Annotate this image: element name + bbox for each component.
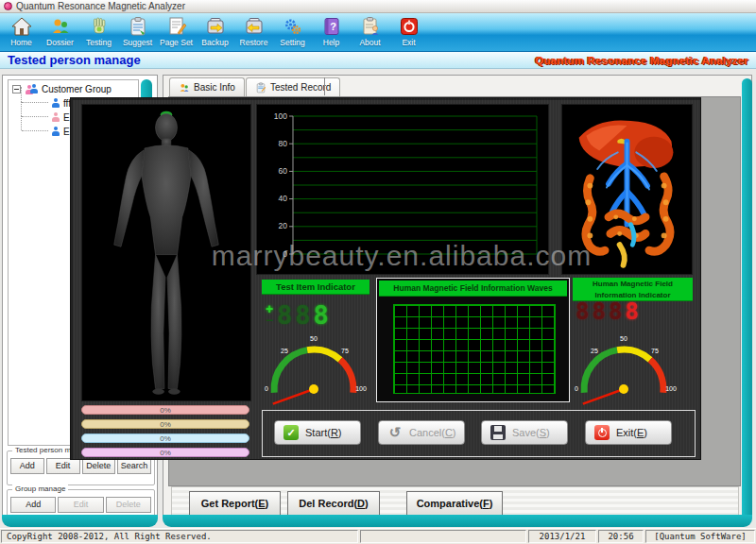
digits-dim: 888 (576, 298, 625, 325)
hotkey: E (258, 498, 265, 509)
page-title: Tested person manage (8, 53, 141, 67)
progress-bar: 0% (81, 419, 249, 429)
group-edit-button[interactable]: Edit (58, 497, 103, 513)
group-add-button[interactable]: Add (10, 497, 56, 513)
magnetic-chart-panel: 100 80 60 40 20 0 (256, 104, 549, 275)
minus-sign: − (266, 314, 273, 326)
customer-icon (51, 98, 60, 108)
cancel-icon: ↺ (387, 425, 403, 440)
group-delete-button[interactable]: Delete (106, 497, 151, 513)
person-delete-button[interactable]: Delete (82, 458, 116, 474)
toolbar-dossier[interactable]: Dossier (41, 13, 79, 51)
statusbar-time: 20:56 (598, 530, 644, 543)
button-text: ) (338, 427, 342, 438)
tab-label: Basic Info (194, 82, 235, 93)
tree-collapse-icon[interactable] (12, 85, 21, 94)
tab-basic-info[interactable]: Basic Info (169, 77, 245, 96)
exit-button[interactable]: Exit(E) (585, 420, 672, 445)
tree-item-label: E (63, 127, 70, 137)
progress-bar: 0% (81, 434, 249, 443)
toolbar-pageset-label: Page Set (160, 38, 193, 47)
person-search-button[interactable]: Search (117, 458, 151, 474)
tree-root-label: Customer Group (42, 84, 112, 94)
tab-divider (324, 77, 325, 95)
gauge-label: 100 (355, 385, 367, 392)
y-tick-label: 40 (279, 194, 288, 203)
button-text: Save( (512, 427, 540, 438)
toolbar-about[interactable]: About (351, 13, 389, 51)
digits-lit: 8 (314, 300, 332, 330)
gauge-label: 0 (575, 385, 578, 392)
exit-power-icon (399, 16, 420, 37)
dialog-button-group: ✓ Start(R) ↺ Cancel(C) Save(S) Exit(E) (262, 410, 696, 457)
toolbar-home[interactable]: Home (2, 13, 41, 51)
hotkey: D (357, 498, 365, 509)
toolbar-testing[interactable]: Testing (79, 13, 118, 51)
tab-bar: Basic Info Tested Record (169, 77, 341, 96)
toolbar-suggest[interactable]: Suggest (118, 13, 157, 51)
y-tick-label: 100 (274, 111, 287, 121)
waves-oscilloscope-grid (393, 304, 556, 394)
digits-dim: 88 (277, 300, 314, 330)
person-edit-button[interactable]: Edit (46, 458, 80, 474)
del-record-button[interactable]: Del Record(D) (287, 491, 380, 516)
page-set-icon (166, 16, 187, 37)
toolbar-suggest-label: Suggest (123, 38, 152, 47)
toolbar-backup[interactable]: Backup (196, 13, 234, 51)
toolbar-dossier-label: Dossier (46, 38, 74, 47)
brand-label: Quantum Resonance Magnetic Analyzer (535, 55, 748, 66)
field-indicator-gauge: 0 25 50 75 100 (570, 332, 679, 408)
record-panel-footer-edge (163, 515, 752, 527)
backup-icon (205, 16, 226, 37)
statusbar-spacer (360, 530, 526, 543)
help-book-icon: ? (321, 16, 342, 37)
person-add-button[interactable]: Add (10, 458, 44, 474)
basic-info-icon (179, 82, 190, 94)
toolbar-backup-label: Backup (201, 38, 228, 47)
about-icon (360, 16, 381, 37)
tree-root-customer-group[interactable]: Customer Group (9, 80, 138, 94)
sidebar-footer-edge (2, 515, 158, 527)
hotkey: S (540, 427, 546, 438)
test-item-indicator-header: Test Item Indicator (262, 280, 369, 295)
hotkey: C (445, 427, 453, 438)
setting-gears-icon (283, 16, 303, 37)
button-text: Exit( (616, 427, 637, 438)
customer-group-icon (25, 84, 38, 94)
toolbar-help[interactable]: ? Help (312, 13, 351, 51)
toolbar-pageset[interactable]: Page Set (157, 13, 196, 51)
toolbar-home-label: Home (10, 38, 32, 47)
statusbar: CopyRight 2008-2012, All Right Reserved.… (0, 528, 756, 544)
button-text: Start( (305, 427, 331, 438)
toolbar-exit[interactable]: Exit (389, 13, 428, 51)
titlebar: Quantum Resonance Magnetic Analyzer (0, 0, 756, 13)
test-item-display: + − 88 8 (262, 298, 369, 331)
start-button[interactable]: ✓ Start(R) (274, 420, 361, 445)
y-tick-label: 0 (283, 249, 287, 259)
testing-hand-icon (89, 16, 110, 37)
save-button[interactable]: Save(S) (481, 420, 568, 445)
progress-bar: 0% (81, 405, 249, 415)
record-actions-bar: Get Report(E) Del Record(D) Comparative(… (171, 486, 739, 518)
tab-tested-record[interactable]: Tested Record (246, 77, 340, 96)
button-text: ) (453, 427, 456, 438)
y-tick-label: 60 (279, 166, 288, 176)
button-text: ) (644, 427, 647, 438)
app-window: Quantum Resonance Magnetic Analyzer Home… (0, 0, 756, 544)
start-icon: ✓ (284, 425, 299, 440)
button-text: Cancel( (409, 427, 445, 438)
y-tick-label: 20 (279, 221, 288, 230)
toolbar-restore[interactable]: Restore (234, 13, 273, 51)
save-floppy-icon (490, 425, 506, 440)
tested-record-icon (255, 82, 266, 94)
gauge-label: 50 (620, 335, 627, 342)
cancel-button[interactable]: ↺ Cancel(C) (378, 420, 465, 445)
group-legend: Group manage (12, 484, 68, 493)
suggest-clipboard-icon (128, 16, 148, 37)
toolbar-setting[interactable]: Setting (273, 13, 312, 51)
y-tick-label: 80 (279, 139, 288, 148)
gauge-label: 75 (341, 348, 349, 354)
get-report-button[interactable]: Get Report(E) (189, 491, 281, 516)
field-indicator-display: 888 8 (576, 298, 679, 326)
comparative-button[interactable]: Comparative(F) (406, 491, 503, 516)
